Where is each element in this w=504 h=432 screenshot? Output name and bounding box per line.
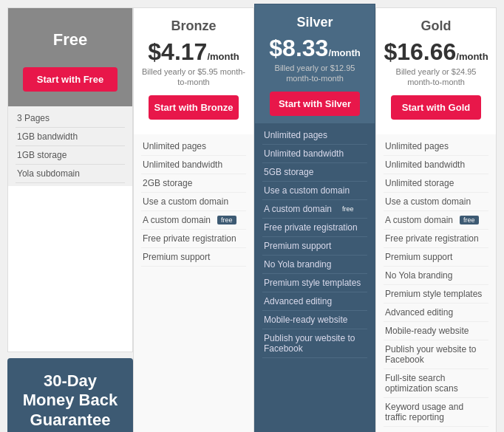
free-start-button[interactable]: Start with Free: [23, 67, 118, 92]
bronze-start-button[interactable]: Start with Bronze: [149, 95, 239, 120]
list-item: Yola subdomain: [16, 165, 125, 183]
gold-plan-column: Gold $16.66/month Billed yearly or $24.9…: [375, 7, 497, 432]
guarantee-title: 30-DayMoney BackGuarantee: [15, 371, 126, 430]
gold-features-list: Unlimited pages Unlimited bandwidth Unli…: [376, 134, 496, 432]
list-item: Mobile-ready website: [262, 311, 367, 329]
list-item: Unlimited bandwidth: [384, 156, 488, 174]
gold-start-button[interactable]: Start with Gold: [391, 95, 481, 120]
list-item: Unlimited storage: [384, 174, 488, 193]
list-item: Free private registration: [384, 230, 488, 248]
list-item: A custom domain free: [141, 211, 246, 230]
list-item: Unlimited pages: [141, 137, 246, 156]
list-item: A custom domain free: [384, 211, 488, 230]
list-item: Publish your website to Facebook: [384, 340, 488, 369]
bronze-plan-name: Bronze: [141, 18, 246, 34]
silver-price: $8.33/month: [262, 36, 367, 60]
free-badge: free: [338, 205, 358, 213]
silver-plan-name: Silver: [262, 15, 367, 30]
list-item: Unlimited bandwidth: [141, 156, 246, 174]
guarantee-box: 30-DayMoney BackGuarantee on all premium…: [7, 358, 133, 432]
free-plan-name: Free: [53, 30, 87, 49]
gold-header: Gold $16.66/month Billed yearly or $24.9…: [376, 8, 496, 134]
list-item: Unlimited bandwidth: [262, 145, 367, 163]
gold-plan-name: Gold: [384, 18, 488, 34]
silver-features-list: Unlimited pages Unlimited bandwidth 5GB …: [255, 123, 375, 432]
silver-billing: Billed yearly or $12.95 month-to-month: [262, 63, 367, 84]
gold-billing: Billed yearly or $24.95 month-to-month: [384, 66, 488, 88]
bronze-plan-column: Bronze $4.17/month Billed yearly or $5.9…: [133, 7, 254, 432]
list-item: A custom domain free: [262, 200, 367, 219]
list-item: 5GB storage: [262, 163, 367, 182]
free-plan-column: Free Start with Free 3 Pages 1GB bandwid…: [7, 7, 133, 352]
list-item: Premium support: [141, 248, 246, 267]
list-item: Premium support: [384, 248, 488, 267]
list-item: Premium style templates: [262, 274, 367, 292]
bronze-billing: Billed yearly or $5.95 month-to-month: [141, 66, 246, 88]
pricing-container: Free Start with Free 3 Pages 1GB bandwid…: [0, 0, 504, 432]
list-item: Full-site search optimization scans: [384, 369, 488, 398]
list-item: No Yola branding: [262, 256, 367, 274]
left-column: Free Start with Free 3 Pages 1GB bandwid…: [7, 7, 133, 432]
silver-start-button[interactable]: Start with Silver: [270, 92, 360, 116]
bronze-price: $4.17/month: [141, 40, 246, 64]
silver-header: Silver $8.33/month Billed yearly or $12.…: [255, 4, 375, 123]
bronze-features-list: Unlimited pages Unlimited bandwidth 2GB …: [134, 134, 253, 432]
list-item: Advanced editing: [384, 304, 488, 322]
list-item: Advanced editing: [262, 292, 367, 311]
list-item: 3 Pages: [16, 109, 125, 128]
list-item: Publish your website to Facebook: [262, 329, 367, 358]
list-item: Keyword usage and traffic reporting: [384, 398, 488, 427]
list-item: Premium style templates: [384, 285, 488, 304]
gold-price: $16.66/month: [384, 40, 488, 64]
bronze-header: Bronze $4.17/month Billed yearly or $5.9…: [134, 8, 253, 134]
list-item: 2GB storage: [141, 174, 246, 193]
free-features-list: 3 Pages 1GB bandwidth 1GB storage Yola s…: [8, 106, 132, 186]
free-badge: free: [460, 216, 479, 224]
list-item: Premium support: [262, 237, 367, 256]
list-item: Unlimited pages: [262, 126, 367, 145]
free-badge: free: [217, 216, 236, 224]
list-item: Free private registration: [262, 219, 367, 237]
list-item: Free private registration: [141, 230, 246, 248]
list-item: Automatic SEO monitoring: [384, 427, 488, 432]
free-header: Free Start with Free: [8, 8, 132, 106]
list-item: Use a custom domain: [384, 193, 488, 211]
list-item: No Yola branding: [384, 267, 488, 285]
list-item: 1GB bandwidth: [16, 128, 125, 146]
list-item: 1GB storage: [16, 146, 125, 165]
list-item: Unlimited pages: [384, 137, 488, 156]
list-item: Use a custom domain: [262, 182, 367, 200]
list-item: Mobile-ready website: [384, 322, 488, 340]
silver-plan-column: Silver $8.33/month Billed yearly or $12.…: [254, 4, 375, 432]
list-item: Use a custom domain: [141, 193, 246, 211]
